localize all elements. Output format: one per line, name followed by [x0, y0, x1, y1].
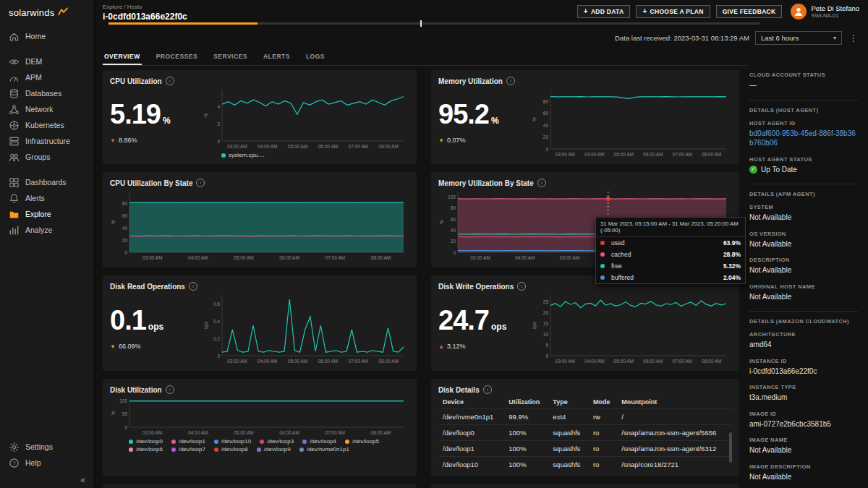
sidebar-item-apm[interactable]: APM: [0, 69, 94, 85]
time-brush[interactable]: [109, 22, 760, 25]
tab-alerts[interactable]: ALERTS: [262, 49, 292, 65]
svg-text:04:00 AM: 04:00 AM: [188, 430, 208, 435]
tab-logs[interactable]: LOGS: [305, 49, 326, 65]
sidebar-collapse-icon[interactable]: «: [80, 475, 85, 485]
breadcrumb-hosts[interactable]: Hosts: [127, 4, 142, 10]
info-icon[interactable]: i: [196, 179, 205, 187]
sidebar-item-infrastructure[interactable]: Infrastructure: [0, 133, 94, 149]
sidebar-item-label: Network: [25, 105, 54, 114]
metric-value: 5.19%: [110, 100, 203, 128]
table-cell: squashfs: [548, 441, 589, 457]
memory-utilization-chart[interactable]: 02040608003:00 AM04:00 AM05:00 AM06:00 A…: [531, 86, 732, 158]
choose-plan-button[interactable]: + CHOOSE A PLAN: [636, 5, 710, 18]
detail-field: Cloud Account Status—: [749, 72, 858, 90]
give-feedback-button[interactable]: GIVE FEEDBACK: [716, 5, 783, 18]
legend-item[interactable]: /dev/loop4: [302, 438, 336, 445]
disk-utilization-chart[interactable]: 05010003:00 AM04:00 AM05:00 AM06:00 AM07…: [110, 395, 409, 437]
info-icon[interactable]: i: [483, 385, 492, 394]
legend-item[interactable]: /dev/loop6: [129, 446, 163, 453]
metric-delta: ▲ 3.12%: [438, 343, 531, 350]
metric-delta: ▼ 0.07%: [438, 137, 531, 144]
svg-text:03:00 AM: 03:00 AM: [556, 359, 575, 364]
metric-number: 24.7: [438, 305, 489, 335]
breadcrumb-explore[interactable]: Explore: [103, 4, 122, 10]
metric-value: 24.7ops: [438, 307, 531, 334]
sidebar-item-settings[interactable]: Settings: [0, 439, 94, 455]
svg-text:07:00 AM: 07:00 AM: [326, 430, 345, 435]
sidebar-item-help[interactable]: ?Help: [0, 455, 94, 471]
detail-value-link[interactable]: bd0af600-953b-45ed-886f-38b36b760b06: [749, 129, 858, 148]
sidebar-item-dashboards[interactable]: Dashboards: [0, 174, 94, 190]
legend-item[interactable]: /dev/loop10: [214, 438, 251, 445]
legend-item[interactable]: /dev/nvme0n1p1: [299, 446, 349, 453]
detail-field: Image NameNot Available: [749, 437, 858, 455]
legend-item[interactable]: /dev/loop1: [171, 438, 205, 445]
disk_read-chart-svg[interactable]: 00.20.40.603:00 AM04:00 AM05:00 AM06:00 …: [203, 291, 409, 365]
disk-write-chart[interactable]: 051015202503:00 AM04:00 AM05:00 AM06:00 …: [531, 291, 732, 365]
svg-text:ops: ops: [203, 321, 209, 329]
sidebar-item-home[interactable]: Home: [0, 28, 94, 44]
legend-item[interactable]: system.cpu....: [221, 152, 264, 158]
svg-text:08:00 AM: 08:00 AM: [702, 152, 721, 157]
avatar[interactable]: [791, 4, 807, 20]
disk_util-chart-svg[interactable]: 05010003:00 AM04:00 AM05:00 AM06:00 AM07…: [110, 395, 409, 437]
user-menu[interactable]: Pete Di Stefano SWI-NA-01: [791, 4, 859, 20]
info-icon[interactable]: i: [166, 77, 174, 85]
svg-text:10: 10: [543, 332, 549, 337]
svg-text:0: 0: [124, 425, 127, 430]
table-scrollbar[interactable]: [729, 432, 732, 463]
svg-text:05:00 AM: 05:00 AM: [234, 255, 253, 260]
tab-services[interactable]: SERVICES: [212, 49, 249, 65]
legend-item[interactable]: /dev/loop5: [345, 438, 379, 445]
tab-overview[interactable]: OVERVIEW: [103, 49, 142, 65]
detail-value: Not Available: [749, 472, 858, 482]
table-cell: ro: [589, 457, 617, 471]
disk-read-chart[interactable]: 00.20.40.603:00 AM04:00 AM05:00 AM06:00 …: [203, 291, 409, 365]
info-icon[interactable]: i: [166, 385, 174, 394]
info-icon[interactable]: i: [506, 77, 515, 85]
sidebar-item-analyze[interactable]: Analyze: [0, 222, 94, 238]
sidebar-item-network[interactable]: Network: [0, 101, 94, 117]
analyze-icon: [9, 225, 20, 236]
time-brush-selection[interactable]: [109, 22, 258, 25]
data-last-received: Data last received: 2023-03-31 08:13:29 …: [615, 34, 749, 42]
info-icon[interactable]: i: [537, 179, 546, 187]
legend-item[interactable]: /dev/loop0: [129, 438, 163, 445]
table-cell: squashfs: [548, 425, 589, 441]
legend-item[interactable]: /dev/loop9: [257, 446, 291, 453]
legend-item[interactable]: /dev/loop3: [260, 438, 294, 445]
svg-text:60: 60: [543, 111, 549, 116]
metric-unit: ops: [148, 322, 163, 332]
svg-text:03:00 AM: 03:00 AM: [227, 359, 247, 364]
svg-text:0: 0: [545, 147, 548, 152]
add-data-button[interactable]: + ADD DATA: [577, 5, 631, 18]
logo[interactable]: solarwinds: [0, 0, 94, 27]
info-icon[interactable]: i: [189, 282, 197, 291]
sidebar-item-databases[interactable]: Databases: [0, 85, 94, 101]
sidebar-item-groups[interactable]: Groups: [0, 149, 94, 165]
cpu-by-state-chart[interactable]: 02040608003:00 AM04:00 AM05:00 AM06:00 A…: [110, 188, 409, 262]
disk_write-chart-svg[interactable]: 051015202503:00 AM04:00 AM05:00 AM06:00 …: [531, 291, 732, 365]
sidebar-item-alerts[interactable]: Alerts: [0, 190, 94, 206]
sidebar-item-dem[interactable]: DEM: [0, 53, 94, 69]
info-icon[interactable]: i: [517, 282, 526, 291]
cpu_state-chart-svg[interactable]: 02040608003:00 AM04:00 AM05:00 AM06:00 A…: [110, 188, 409, 262]
detail-label: Architecture: [749, 331, 858, 338]
sidebar-item-kubernetes[interactable]: Kubernetes: [0, 117, 94, 133]
time-range-picker[interactable]: Last 6 hours ▾: [755, 31, 842, 45]
memory-chart-svg[interactable]: 02040608003:00 AM04:00 AM05:00 AM06:00 A…: [531, 86, 732, 158]
svg-text:%: %: [439, 220, 444, 224]
time-brush-handle[interactable]: [420, 20, 422, 27]
svg-text:03:00 AM: 03:00 AM: [142, 430, 162, 435]
svg-text:80: 80: [122, 201, 128, 206]
svg-text:0.2: 0.2: [213, 336, 220, 341]
cpu-chart-svg[interactable]: 02403:00 AM04:00 AM05:00 AM06:00 AM07:00…: [203, 86, 409, 150]
legend-item[interactable]: /dev/loop8: [214, 446, 248, 453]
kebab-menu-icon[interactable]: ⋮: [848, 33, 859, 43]
card-memory-utilization: Memory Utilization i 95.2% ▼ 0.07%: [431, 70, 739, 164]
legend-item[interactable]: /dev/loop7: [171, 446, 205, 453]
sidebar-item-explore[interactable]: Explore: [0, 206, 94, 222]
cpu-utilization-chart[interactable]: 02403:00 AM04:00 AM05:00 AM06:00 AM07:00…: [203, 86, 409, 150]
svg-text:100: 100: [448, 194, 456, 200]
tab-processes[interactable]: PROCESSES: [155, 49, 199, 65]
